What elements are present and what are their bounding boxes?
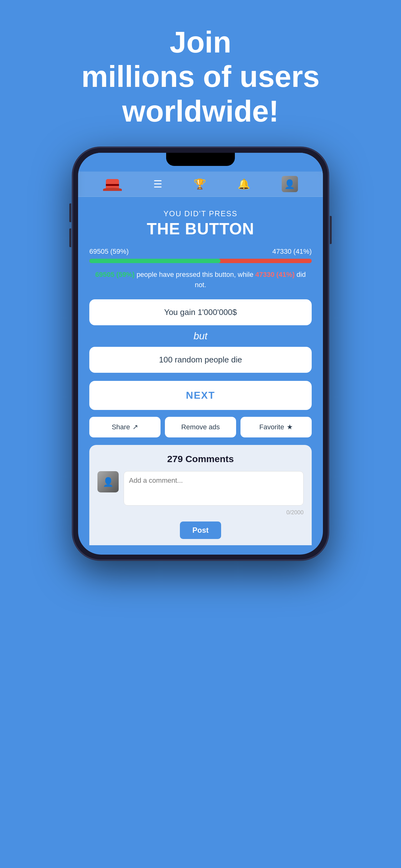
comment-footer: 0/2000 xyxy=(124,509,304,516)
favorite-button[interactable]: Favorite ★ xyxy=(240,417,312,437)
game-title: THE BUTTON xyxy=(89,219,312,238)
action-row: Share ↗ Remove ads Favorite ★ xyxy=(89,417,312,437)
pressed-stat: 69505 (59%) xyxy=(89,247,129,256)
comments-title: 279 Comments xyxy=(97,454,304,464)
dynamic-island xyxy=(166,153,235,166)
hero-line3: worldwide! xyxy=(122,94,278,128)
stats-description: 69505 (59%) people have pressed this but… xyxy=(89,269,312,290)
share-button[interactable]: Share ↗ xyxy=(89,417,161,437)
hat-logo[interactable] xyxy=(103,177,122,191)
comment-input[interactable] xyxy=(124,471,304,505)
avatar-image: 👤 xyxy=(282,176,298,192)
game-subtitle: YOU DID'T PRESS xyxy=(89,209,312,218)
share-icon: ↗ xyxy=(132,423,138,431)
not-pressed-count-red: 47330 (41%) xyxy=(256,271,295,278)
volume-down-button xyxy=(69,228,71,247)
remove-ads-button[interactable]: Remove ads xyxy=(165,417,236,437)
hero-line1: Join xyxy=(170,25,231,59)
not-pressed-stat: 47330 (41%) xyxy=(272,247,312,256)
nav-bar: ☰ 🏆 🔔 👤 xyxy=(78,172,323,197)
notch-bar xyxy=(78,153,323,172)
desc-middle: people have pressed this button, while xyxy=(135,271,255,278)
share-label: Share xyxy=(112,423,130,431)
post-button[interactable]: Post xyxy=(180,522,221,539)
power-button xyxy=(330,216,332,244)
consequence-box: 100 random people die xyxy=(89,347,312,373)
hero-section: Join millions of users worldwide! xyxy=(57,0,345,147)
bell-icon[interactable]: 🔔 xyxy=(238,178,250,190)
star-icon: ★ xyxy=(287,423,293,431)
comment-box-wrapper: 0/2000 xyxy=(124,471,304,516)
remove-ads-label: Remove ads xyxy=(181,423,220,431)
gain-label: You gain 1'000'000$ xyxy=(164,307,237,317)
but-label: but xyxy=(89,330,312,342)
commenter-avatar-image: 👤 xyxy=(97,471,119,492)
stats-row: 69505 (59%) 47330 (41%) xyxy=(89,247,312,256)
list-icon[interactable]: ☰ xyxy=(153,178,162,190)
consequence-label: 100 random people die xyxy=(159,355,242,364)
comment-input-row: 👤 0/2000 xyxy=(97,471,304,516)
favorite-label: Favorite xyxy=(259,423,284,431)
main-content: YOU DID'T PRESS THE BUTTON 69505 (59%) 4… xyxy=(78,197,323,555)
phone-mockup: ☰ 🏆 🔔 👤 YOU DID'T PRESS THE BUTTON 69505… xyxy=(72,147,329,560)
pressed-count-green: 69505 (59%) xyxy=(95,271,135,278)
progress-fill xyxy=(89,259,221,263)
progress-bar xyxy=(89,259,312,263)
hero-line2: millions of users xyxy=(81,60,320,93)
user-avatar[interactable]: 👤 xyxy=(282,176,298,192)
gain-box: You gain 1'000'000$ xyxy=(89,299,312,325)
char-count: 0/2000 xyxy=(287,509,304,516)
trophy-icon[interactable]: 🏆 xyxy=(194,178,206,190)
comments-section: 279 Comments 👤 0/2000 Pos xyxy=(89,445,312,545)
commenter-avatar: 👤 xyxy=(97,471,119,492)
next-button[interactable]: NEXT xyxy=(89,381,312,410)
next-label: NEXT xyxy=(186,390,215,401)
volume-up-button xyxy=(69,204,71,222)
